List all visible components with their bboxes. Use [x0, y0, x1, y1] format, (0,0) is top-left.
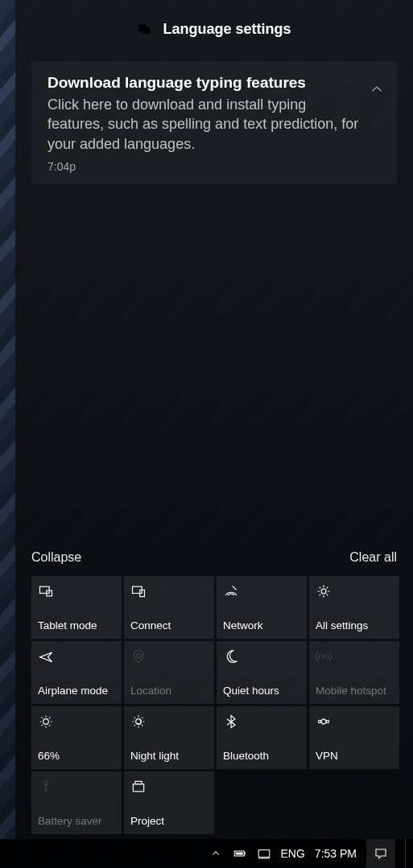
clear-all-link[interactable]: Clear all [349, 550, 397, 565]
project-icon [130, 779, 147, 795]
taskbar: ENG 7:53 PM [0, 839, 413, 868]
action-center-button[interactable] [366, 839, 395, 868]
tile-project[interactable]: Project [124, 771, 214, 834]
tile-vpn[interactable]: VPN [309, 706, 399, 769]
sun-icon [38, 714, 54, 730]
tile-night-light[interactable]: Night light [124, 706, 214, 769]
tile-label: VPN [316, 750, 393, 763]
tile-label: Quiet hours [223, 685, 300, 697]
tile-airplane-mode[interactable]: Airplane mode [31, 641, 122, 704]
tablet-icon [38, 583, 54, 599]
task-view-button[interactable] [257, 839, 271, 868]
clock[interactable]: 7:53 PM [315, 839, 357, 868]
show-desktop-button[interactable] [405, 839, 410, 868]
tile-label: Location [130, 685, 208, 697]
svg-rect-5 [258, 850, 270, 858]
tile-label: Battery saver [38, 815, 115, 828]
tile-tablet-mode[interactable]: Tablet mode [31, 576, 122, 639]
tray-overflow-button[interactable] [209, 839, 223, 868]
svg-rect-4 [235, 853, 242, 855]
tile-label: Night light [130, 750, 208, 763]
chevron-up-icon [368, 80, 386, 98]
language-indicator[interactable]: ENG [281, 839, 305, 868]
tile-label: Network [223, 619, 300, 632]
tile-label: All settings [316, 619, 393, 632]
notification-body: Click here to download and install typin… [47, 95, 361, 154]
notification-time: 7:04p [47, 160, 361, 173]
notification-header[interactable]: Language settings [15, 0, 413, 58]
svg-rect-1 [142, 27, 150, 34]
settings-icon [316, 583, 332, 599]
hotspot-icon [316, 648, 332, 664]
tile-all-settings[interactable]: All settings [309, 576, 399, 639]
battery-icon [233, 846, 247, 861]
tile-label: Tablet mode [38, 619, 115, 632]
connect-icon [130, 583, 147, 599]
tile-quiet-hours[interactable]: Quiet hours [217, 641, 307, 704]
notification-card[interactable]: Download language typing features Click … [31, 61, 397, 184]
vpn-icon [316, 714, 332, 730]
battery-icon [38, 779, 54, 795]
quick-action-tiles: Tablet modeConnectNetworkAll settingsAir… [15, 576, 413, 834]
tile-label: Connect [130, 619, 208, 632]
notification-icon [374, 846, 388, 861]
tile-location[interactable]: Location [124, 641, 214, 704]
svg-rect-3 [244, 853, 246, 855]
task-view-icon [257, 846, 271, 861]
tile-connect[interactable]: Connect [124, 576, 214, 639]
header-title: Language settings [163, 21, 291, 38]
location-icon [130, 648, 147, 664]
nightlight-icon [130, 714, 147, 730]
tile-label: Project [130, 815, 208, 828]
airplane-icon [38, 648, 54, 664]
tile-brightness[interactable]: 66% [31, 706, 122, 769]
network-icon [223, 583, 239, 599]
collapse-link[interactable]: Collapse [31, 550, 81, 565]
battery-tray-icon[interactable] [233, 839, 247, 868]
tile-label: Airplane mode [38, 685, 115, 697]
moon-icon [223, 648, 239, 664]
collapse-chevron[interactable] [368, 80, 386, 98]
tile-bluetooth[interactable]: Bluetooth [217, 706, 307, 769]
language-icon [137, 22, 151, 36]
tile-label: Mobile hotspot [316, 685, 393, 697]
tile-label: Bluetooth [223, 750, 300, 763]
notification-title: Download language typing features [47, 74, 361, 92]
bluetooth-icon [223, 714, 239, 730]
tile-label: 66% [38, 750, 115, 763]
action-center-panel: Language settings Download language typi… [15, 0, 413, 839]
tile-mobile-hotspot[interactable]: Mobile hotspot [309, 641, 399, 704]
tile-battery-saver[interactable]: Battery saver [31, 771, 122, 834]
chevron-up-icon [209, 846, 223, 861]
tile-network[interactable]: Network [217, 576, 307, 639]
